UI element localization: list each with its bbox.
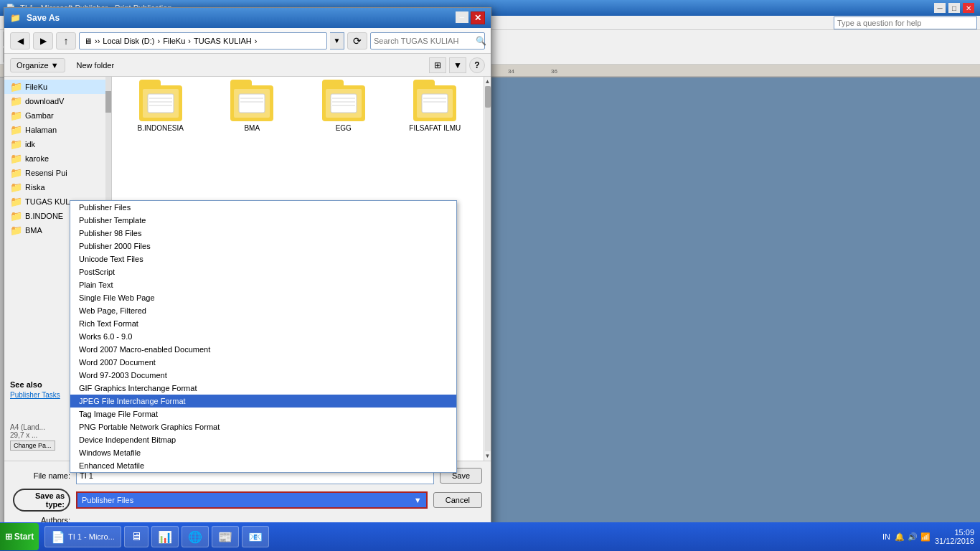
scroll-down-arrow[interactable]: ▼ — [485, 453, 491, 459]
breadcrumb-area: 🖥 ›› Local Disk (D:) › FileKu › TUGAS KU… — [79, 32, 327, 50]
savetype-label-container: Save as type: — [13, 489, 70, 512]
view-options: ⊞ ▼ ? — [429, 57, 485, 73]
taskbar-item3-icon: 📊 — [158, 530, 172, 544]
file-bma-label: BMA — [244, 124, 260, 132]
dropdown-web-filtered[interactable]: Web Page, Filtered — [70, 304, 456, 317]
taskbar-item-3[interactable]: 📊 — [151, 526, 179, 547]
breadcrumb-sep4: › — [255, 37, 258, 45]
sidebar-karoke[interactable]: 📁 karoke — [4, 151, 111, 166]
dropdown-postscript[interactable]: PostScript — [70, 265, 456, 278]
sidebar-bma-icon: 📁 — [10, 225, 22, 236]
dropdown-publisher-98[interactable]: Publisher 98 Files — [70, 227, 456, 240]
taskbar-right: IN 🔔 🔊 📶 15:09 31/12/2018 — [877, 528, 980, 545]
new-folder-btn[interactable]: New folder — [71, 59, 121, 72]
organize-btn[interactable]: Organize ▼ — [10, 58, 65, 72]
sidebar-gambar[interactable]: 📁 Gambar — [4, 108, 111, 123]
taskbar-item-5[interactable]: 📰 — [212, 526, 239, 547]
help-btn[interactable]: ? — [469, 57, 485, 73]
view-btn-dropdown[interactable]: ▼ — [449, 57, 466, 73]
folder-filsafat-inner — [417, 89, 453, 118]
publisher-maximize-btn[interactable]: □ — [948, 3, 960, 13]
taskbar-item-2[interactable]: 🖥 — [124, 526, 149, 547]
dropdown-rich-text[interactable]: Rich Text Format — [70, 317, 456, 330]
breadcrumb-disk: Local Disk (D:) — [103, 37, 154, 45]
nav-up-btn[interactable]: ↑ — [56, 32, 76, 50]
cancel-btn[interactable]: Cancel — [433, 492, 482, 508]
dropdown-plain-text[interactable]: Plain Text — [70, 278, 456, 291]
svg-rect-38 — [331, 94, 357, 113]
start-orb: ⊞ — [5, 532, 12, 542]
dropdown-gif[interactable]: GIF Graphics Interchange Format — [70, 382, 456, 395]
dropdown-jpeg[interactable]: JPEG File Interchange Format — [70, 395, 456, 408]
dialog-title-controls: ─ ✕ — [456, 11, 485, 24]
folder-bindonesia-icon — [139, 85, 182, 121]
breadcrumb-sep1: ›› — [95, 37, 100, 45]
dropdown-publisher-template[interactable]: Publisher Template — [70, 214, 456, 227]
nav-back-btn[interactable]: ◀ — [10, 32, 30, 50]
dropdown-word-97[interactable]: Word 97-2003 Document — [70, 369, 456, 382]
sidebar-tugas-icon: 📁 — [10, 196, 22, 207]
help-input[interactable] — [834, 17, 977, 29]
dropdown-png[interactable]: PNG Portable Network Graphics Format — [70, 420, 456, 433]
taskbar-item5-icon: 📰 — [218, 530, 232, 544]
dropdown-word-2007[interactable]: Word 2007 Document — [70, 356, 456, 369]
taskbar-item-chrome[interactable]: 🌐 — [182, 526, 209, 547]
scroll-up-arrow[interactable]: ▲ — [485, 78, 491, 85]
view-btn-grid[interactable]: ⊞ — [429, 57, 446, 73]
search-input[interactable] — [374, 37, 473, 45]
breadcrumb-sep3: › — [188, 37, 191, 45]
dropdown-unicode-text[interactable]: Unicode Text Files — [70, 253, 456, 265]
folder-bma-icon — [230, 85, 273, 121]
dialog-close-btn[interactable]: ✕ — [471, 11, 485, 24]
sidebar-idk[interactable]: 📁 idk — [4, 137, 111, 151]
sidebar-riska[interactable]: 📁 Riska — [4, 180, 111, 194]
sidebar-halaman[interactable]: 📁 Halaman — [4, 123, 111, 137]
sidebar-downloadv-icon: 📁 — [10, 95, 22, 107]
sidebar-gambar-label: Gambar — [25, 111, 54, 120]
dropdown-publisher-files[interactable]: Publisher Files — [70, 201, 456, 214]
svg-text:36: 36 — [551, 68, 557, 75]
savetype-select[interactable]: Publisher Files ▼ — [76, 491, 428, 509]
dialog-minimize-btn[interactable]: ─ — [456, 11, 468, 23]
taskbar-item6-icon: 📧 — [248, 530, 263, 544]
sidebar-tugas-label: TUGAS KUL — [25, 197, 70, 206]
dropdown-publisher-2000[interactable]: Publisher 2000 Files — [70, 240, 456, 253]
refresh-btn[interactable]: ⟳ — [347, 32, 367, 50]
sidebar-idk-label: idk — [25, 140, 35, 149]
dialog-nav-toolbar: ◀ ▶ ↑ 🖥 ›› Local Disk (D:) › FileKu › TU… — [4, 28, 491, 54]
publisher-title-controls: ─ □ ✕ — [934, 3, 974, 13]
folder-bindonesia-inner — [143, 89, 179, 118]
nav-forward-btn[interactable]: ▶ — [33, 32, 53, 50]
breadcrumb-icon: 🖥 — [84, 37, 92, 45]
savetype-row: Save as type: Publisher Files ▼ Cancel — [13, 489, 482, 512]
sidebar-downloadv-label: downloadV — [25, 97, 64, 105]
sidebar-fileku[interactable]: 📁 FileKu — [4, 80, 111, 94]
dialog-title-text: Save As — [27, 13, 60, 23]
dropdown-tiff[interactable]: Tag Image File Format — [70, 408, 456, 420]
publisher-close-btn[interactable]: ✕ — [963, 3, 974, 13]
breadcrumb-dropdown-btn[interactable]: ▼ — [330, 32, 344, 50]
sidebar-halaman-icon: 📁 — [10, 124, 22, 136]
sidebar-resensi[interactable]: 📁 Resensi Pui — [4, 166, 111, 180]
sidebar-halaman-label: Halaman — [25, 126, 57, 134]
publisher-minimize-btn[interactable]: ─ — [934, 3, 946, 13]
taskbar-item-6[interactable]: 📧 — [242, 526, 269, 547]
dropdown-bmp[interactable]: Device Independent Bitmap — [70, 433, 456, 446]
svg-rect-35 — [239, 94, 265, 113]
dropdown-works-6[interactable]: Works 6.0 - 9.0 — [70, 330, 456, 343]
start-button[interactable]: ⊞ Start — [0, 523, 39, 550]
dropdown-emf[interactable]: Enhanced Metafile — [70, 459, 456, 472]
svg-rect-42 — [422, 94, 448, 113]
change-page-btn-dialog[interactable]: Change Pa... — [10, 441, 55, 451]
scroll-track — [485, 86, 491, 451]
taskbar-publisher-label: TI 1 - Micro... — [68, 532, 115, 541]
breadcrumb-fileku: FileKu — [163, 37, 185, 45]
clock-date: 31/12/2018 — [935, 537, 974, 545]
dropdown-single-file-web[interactable]: Single File Web Page — [70, 291, 456, 304]
files-scrollbar[interactable]: ▲ ▼ — [484, 77, 491, 461]
dropdown-wmf[interactable]: Windows Metafile — [70, 446, 456, 459]
taskbar-item-publisher[interactable]: 📄 TI 1 - Micro... — [44, 526, 121, 547]
sidebar-downloadv[interactable]: 📁 downloadV — [4, 94, 111, 108]
savetype-dropdown: Publisher Files Publisher Template Publi… — [70, 200, 457, 473]
dropdown-word-2007-macro[interactable]: Word 2007 Macro-enabled Document — [70, 343, 456, 356]
